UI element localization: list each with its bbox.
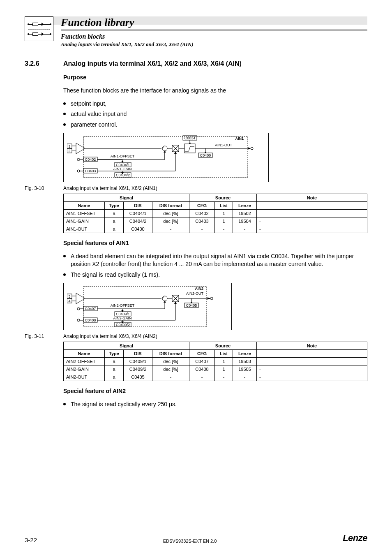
svg-text:C0034: C0034 bbox=[184, 136, 196, 140]
fig1-text: Analog input via terminal X6/1, X6/2 (AI… bbox=[63, 185, 157, 191]
svg-text:C0404/2: C0404/2 bbox=[116, 173, 130, 177]
svg-text:3: 3 bbox=[68, 294, 70, 298]
svg-text:+: + bbox=[162, 295, 164, 299]
figure-ain2: AIN2 3 4 + + AIN2-OUT bbox=[63, 283, 232, 330]
th-note: Note bbox=[257, 194, 367, 202]
svg-marker-24 bbox=[248, 147, 251, 150]
table-row: AIN2-GAINaC0409/2dec [%]C0408119505- bbox=[64, 365, 367, 373]
svg-text:C0402: C0402 bbox=[85, 157, 96, 162]
table-row: AIN1-OUTaC0400----- bbox=[64, 225, 367, 233]
doc-subtitle2: Analog inputs via terminal X6/1, X6/2 an… bbox=[61, 41, 367, 48]
svg-text:AIN2-GAIN: AIN2-GAIN bbox=[113, 316, 131, 320]
svg-rect-17 bbox=[184, 144, 195, 153]
th-disf: DIS format bbox=[152, 202, 189, 210]
svg-rect-0 bbox=[83, 136, 248, 178]
svg-text:4: 4 bbox=[68, 299, 70, 303]
svg-text:C0407: C0407 bbox=[85, 307, 96, 311]
special2-label: Special feature of AIN2 bbox=[63, 387, 367, 395]
doc-id: EDSVS9332S-EXT EN 2.0 bbox=[163, 539, 217, 543]
purpose-text: These function blocks are the interface … bbox=[63, 86, 367, 95]
table-row: AIN2-OFFSETaC0409/1dec [%]C0407119503- bbox=[64, 358, 367, 365]
svg-text:AIN2-OFFSET: AIN2-OFFSET bbox=[111, 303, 135, 308]
svg-text:C0409/1: C0409/1 bbox=[116, 312, 130, 316]
purpose-bullets: setpoint input,actual value input andpar… bbox=[63, 100, 367, 129]
fig1-caption: Fig. 3-10 Analog input via terminal X6/1… bbox=[25, 185, 367, 191]
table-row: AIN2-OUTaC0405----- bbox=[64, 373, 367, 381]
logo-icon bbox=[25, 16, 53, 41]
svg-text:C0405: C0405 bbox=[186, 303, 197, 308]
th-lenze: Lenze bbox=[233, 202, 257, 210]
svg-text:C0400: C0400 bbox=[200, 153, 211, 157]
th-list: List bbox=[215, 202, 233, 210]
svg-point-84 bbox=[210, 297, 213, 300]
list-item: parameter control. bbox=[63, 121, 367, 129]
svg-text:2: 2 bbox=[68, 149, 70, 153]
table-ain2: Signal Source Note Name Type DIS DIS for… bbox=[63, 342, 367, 381]
fig2-label: Fig. 3-11 bbox=[25, 333, 49, 339]
figure-ain1: AIN1 1 2 + + bbox=[63, 133, 269, 182]
svg-text:C0409/2: C0409/2 bbox=[116, 323, 130, 327]
special2-bullets: The signal is read cyclically every 250 … bbox=[63, 400, 367, 409]
svg-point-31 bbox=[77, 158, 80, 161]
fig2-text: Analog input via terminal X6/3, X6/4 (AI… bbox=[63, 333, 157, 339]
svg-text:AIN1-OUT: AIN1-OUT bbox=[215, 143, 233, 147]
th-signal: Signal bbox=[64, 194, 189, 202]
special1-label: Special features of AIN1 bbox=[63, 239, 367, 247]
th-cfg: CFG bbox=[189, 202, 215, 210]
svg-text:AIN1: AIN1 bbox=[235, 136, 244, 141]
th-source: Source bbox=[189, 194, 257, 202]
page-number: 3-22 bbox=[25, 536, 37, 543]
svg-point-54 bbox=[77, 170, 80, 172]
th-type: Type bbox=[105, 202, 124, 210]
special1-bullets: A dead band element can be integrated in… bbox=[63, 252, 367, 279]
doc-title: Function library bbox=[61, 16, 367, 30]
svg-marker-6 bbox=[76, 143, 85, 154]
svg-point-101 bbox=[77, 319, 80, 321]
list-item: The signal is read cyclically (1 ms). bbox=[63, 271, 367, 279]
doc-subtitle: Function blocks bbox=[61, 33, 367, 40]
svg-text:C0408: C0408 bbox=[85, 318, 96, 322]
svg-marker-83 bbox=[208, 297, 210, 300]
svg-text:AIN2-OUT: AIN2-OUT bbox=[186, 291, 204, 296]
section-heading: Analog inputs via terminal X6/1, X6/2 an… bbox=[63, 60, 242, 67]
th-dis: DIS bbox=[124, 202, 152, 210]
svg-point-90 bbox=[77, 308, 80, 310]
list-item: setpoint input, bbox=[63, 100, 367, 108]
svg-text:C0404/1: C0404/1 bbox=[116, 163, 130, 167]
section-number: 3.2.6 bbox=[25, 60, 49, 67]
svg-text:AIN1-OFFSET: AIN1-OFFSET bbox=[111, 154, 135, 158]
svg-text:AIN2: AIN2 bbox=[195, 287, 203, 291]
svg-text:AIN1-GAIN: AIN1-GAIN bbox=[113, 167, 131, 171]
fig1-label: Fig. 3-10 bbox=[25, 185, 49, 191]
table-row: AIN1-OFFSETaC0404/1dec [%]C0402119502- bbox=[64, 210, 367, 217]
page-header: Function library Function blocks Analog … bbox=[25, 16, 367, 48]
page-footer: 3-22 EDSVS9332S-EXT EN 2.0 Lenze bbox=[25, 533, 367, 543]
list-item: The signal is read cyclically every 250 … bbox=[63, 400, 367, 409]
svg-point-25 bbox=[251, 147, 253, 150]
brand-logo: Lenze bbox=[343, 533, 367, 543]
list-item: actual value input and bbox=[63, 110, 367, 118]
svg-text:1: 1 bbox=[68, 144, 70, 148]
section-heading-row: 3.2.6 Analog inputs via terminal X6/1, X… bbox=[25, 60, 367, 67]
table-ain1: Signal Source Note Name Type DIS DIS for… bbox=[63, 194, 367, 233]
table-row: AIN1-GAINaC0404/2dec [%]C0403119504- bbox=[64, 217, 367, 225]
purpose-label: Purpose bbox=[63, 73, 367, 81]
svg-text:+: + bbox=[162, 145, 164, 149]
svg-text:C0403: C0403 bbox=[85, 169, 96, 173]
fig2-caption: Fig. 3-11 Analog input via terminal X6/3… bbox=[25, 333, 367, 339]
th-name: Name bbox=[64, 202, 105, 210]
svg-marker-71 bbox=[76, 293, 85, 304]
list-item: A dead band element can be integrated in… bbox=[63, 252, 367, 268]
